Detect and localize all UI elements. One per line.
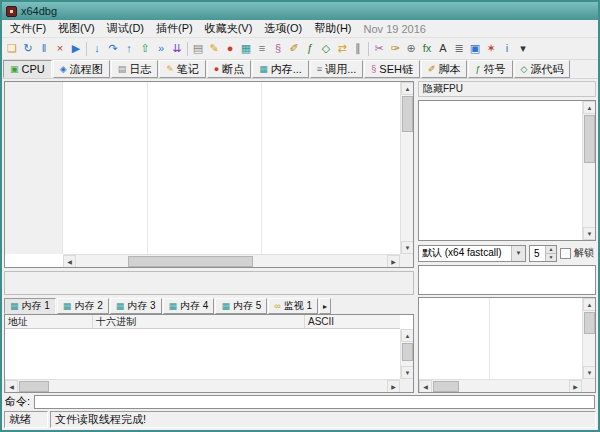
scroll-left-icon[interactable]: ◀ — [5, 380, 18, 393]
scrollbar-thumb[interactable] — [584, 115, 595, 163]
scrollbar-thumb[interactable] — [433, 381, 459, 392]
menu-item[interactable]: 文件(F) — [4, 20, 52, 37]
trace-icon[interactable]: ⇊ — [169, 40, 185, 57]
scrollbar-thumb[interactable] — [584, 312, 595, 334]
memory-map-window-icon[interactable]: ▦ — [238, 40, 254, 57]
bug-report-icon[interactable]: ✶ — [483, 40, 499, 57]
run-to-return-icon[interactable]: ⇧ — [137, 40, 153, 57]
spin-down-icon[interactable]: ▼ — [545, 254, 556, 261]
scroll-up-icon[interactable]: ▲ — [401, 329, 414, 342]
dump-vscrollbar[interactable]: ▲ ▼ — [400, 329, 413, 379]
settings-icon[interactable]: ≣ — [451, 40, 467, 57]
scroll-right-icon[interactable]: ▶ — [387, 255, 400, 268]
tab-dump-2[interactable]: ▦内存 2 — [57, 298, 109, 314]
spin-up-icon[interactable]: ▲ — [545, 246, 556, 254]
tab-script[interactable]: ✐脚本 — [421, 60, 468, 78]
references-window-icon[interactable]: ⇄ — [334, 40, 350, 57]
tab-symbols[interactable]: ƒ符号 — [468, 60, 512, 78]
unlock-checkbox[interactable] — [560, 248, 571, 259]
step-out-icon[interactable]: ↑ — [121, 40, 137, 57]
title-bar[interactable]: x64dbg — [2, 2, 598, 20]
stack-vscrollbar[interactable]: ▲ ▼ — [582, 298, 595, 379]
notes-window-icon[interactable]: ✎ — [206, 40, 222, 57]
skip-next-icon[interactable]: » — [153, 40, 169, 57]
calling-convention-select[interactable]: 默认 (x64 fastcall) ▼ — [418, 245, 526, 262]
scroll-up-icon[interactable]: ▲ — [401, 82, 414, 95]
menu-item[interactable]: 调试(D) — [101, 20, 150, 37]
gui-monitor-icon[interactable]: ▣ — [467, 40, 483, 57]
scroll-right-icon[interactable]: ▶ — [387, 380, 400, 393]
scrollbar-thumb[interactable] — [402, 343, 413, 361]
attach-icon[interactable]: ⊕ — [403, 40, 419, 57]
scroll-down-icon[interactable]: ▼ — [401, 366, 414, 379]
log-window-icon[interactable]: ▤ — [190, 40, 206, 57]
step-into-icon[interactable]: ↓ — [89, 40, 105, 57]
registers-panel[interactable]: ▲ ▼ — [418, 100, 596, 241]
spinner-buttons[interactable]: ▲ ▼ — [545, 246, 556, 261]
tab-call-stack[interactable]: ≡调用... — [310, 60, 363, 78]
help-info-icon[interactable]: i — [499, 40, 515, 57]
tab-graph[interactable]: ◈流程图 — [53, 60, 110, 78]
tab-watch-1[interactable]: ∞监视 1 — [268, 298, 318, 314]
scroll-left-icon[interactable]: ◀ — [63, 255, 76, 268]
tab-dump-1[interactable]: ▦内存 1 — [4, 298, 56, 314]
command-input[interactable] — [34, 395, 595, 409]
call-stack-window-icon[interactable]: ≡ — [254, 40, 270, 57]
restart-icon[interactable]: ↻ — [20, 40, 36, 57]
scroll-down-icon[interactable]: ▼ — [583, 366, 596, 379]
scroll-down-icon[interactable]: ▼ — [583, 227, 596, 240]
tab-scroll-right-icon[interactable]: ▸ — [319, 298, 331, 314]
scrollbar-thumb[interactable] — [128, 256, 253, 267]
chevron-down-icon[interactable]: ▼ — [511, 246, 525, 261]
tab-dump-5[interactable]: ▦内存 5 — [215, 298, 267, 314]
overflow-icon[interactable]: ▾ — [515, 40, 531, 57]
tab-log[interactable]: ▤日志 — [111, 60, 159, 78]
patches-icon[interactable]: ✂ — [371, 40, 387, 57]
stack-hscrollbar[interactable]: ◀ ▶ — [419, 379, 582, 392]
source-window-icon[interactable]: ◇ — [318, 40, 334, 57]
scroll-up-icon[interactable]: ▲ — [583, 101, 596, 114]
tab-seh[interactable]: §SEH链 — [364, 60, 420, 78]
disassembly-hscrollbar[interactable]: ◀ ▶ — [63, 254, 400, 267]
tab-cpu[interactable]: ▣CPU — [3, 60, 52, 78]
run-icon[interactable]: ▶ — [68, 40, 84, 57]
tab-source[interactable]: ◇源代码 — [514, 60, 571, 78]
pause-icon[interactable]: ‖ — [36, 40, 52, 57]
script-window-icon[interactable]: ✐ — [286, 40, 302, 57]
symbols-window-icon[interactable]: ƒ — [302, 40, 318, 57]
close-icon[interactable]: × — [52, 40, 68, 57]
scroll-down-icon[interactable]: ▼ — [401, 241, 414, 254]
threads-window-icon[interactable]: ∥ — [350, 40, 366, 57]
seh-chain-icon: § — [371, 65, 376, 74]
arg-count-spinner[interactable]: 5 ▲ ▼ — [529, 245, 557, 262]
menu-item[interactable]: 插件(P) — [150, 20, 199, 37]
menu-item[interactable]: 帮助(H) — [308, 20, 357, 37]
tab-breakpoints[interactable]: ●断点 — [207, 60, 251, 78]
scrollbar-thumb[interactable] — [19, 381, 49, 392]
hide-fpu-button[interactable]: 隐藏FPU — [418, 81, 596, 97]
tab-dump-3[interactable]: ▦内存 3 — [110, 298, 162, 314]
memory-dump-panel[interactable]: 地址 十六进制 ASCII ▲ ▼ ◀ ▶ — [4, 314, 414, 393]
scroll-right-icon[interactable]: ▶ — [569, 380, 582, 393]
registers-vscrollbar[interactable]: ▲ ▼ — [582, 101, 595, 240]
open-file-icon[interactable]: ❏ — [4, 40, 20, 57]
appearance-icon[interactable]: A — [435, 40, 451, 57]
tab-notes[interactable]: ✎笔记 — [159, 60, 206, 78]
scroll-up-icon[interactable]: ▲ — [583, 298, 596, 311]
dump-hscrollbar[interactable]: ◀ ▶ — [5, 379, 400, 392]
disassembly-panel[interactable]: ▲ ▼ ◀ ▶ — [4, 81, 414, 268]
calculator-fx-icon[interactable]: fx — [419, 40, 435, 57]
tab-memory-map[interactable]: ▦内存... — [252, 60, 309, 78]
comment-edit-icon[interactable]: ✑ — [387, 40, 403, 57]
menu-item[interactable]: 收藏夹(V) — [199, 20, 259, 37]
breakpoints-window-icon[interactable]: ● — [222, 40, 238, 57]
stack-panel[interactable]: ▲ ▼ ◀ ▶ — [418, 297, 596, 393]
scrollbar-thumb[interactable] — [402, 96, 413, 132]
step-over-icon[interactable]: ↷ — [105, 40, 121, 57]
menu-item[interactable]: 视图(V) — [52, 20, 101, 37]
scroll-left-icon[interactable]: ◀ — [419, 380, 432, 393]
seh-window-icon[interactable]: § — [270, 40, 286, 57]
disassembly-vscrollbar[interactable]: ▲ ▼ — [400, 82, 413, 254]
tab-dump-4[interactable]: ▦内存 4 — [163, 298, 215, 314]
menu-item[interactable]: 选项(O) — [258, 20, 308, 37]
